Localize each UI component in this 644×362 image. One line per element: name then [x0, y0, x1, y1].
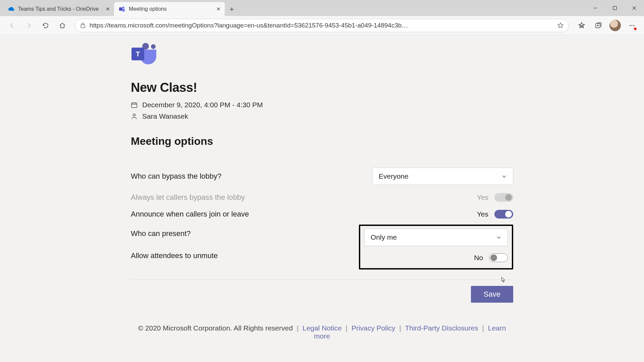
- footer-copyright: © 2020 Microsoft Corporation. All Rights…: [138, 324, 293, 332]
- svg-point-9: [631, 25, 632, 26]
- section-heading: Meeting options: [131, 135, 513, 147]
- tab-close-icon[interactable]: ✕: [105, 6, 111, 12]
- callers-bypass-toggle: [494, 193, 513, 202]
- highlight-box: Only me No: [359, 225, 513, 269]
- chevron-down-icon: [501, 174, 507, 179]
- chevron-down-icon: [496, 235, 501, 240]
- new-tab-button[interactable]: ＋: [226, 3, 237, 15]
- toggle-value: Yes: [477, 210, 488, 218]
- svg-point-1: [122, 6, 124, 8]
- page-content: T New Class! December 9, 2020, 4:00 PM -…: [0, 35, 644, 347]
- page-footer: © 2020 Microsoft Corporation. All Rights…: [131, 324, 513, 347]
- meeting-datetime: December 9, 2020, 4:00 PM - 4:30 PM: [142, 101, 263, 109]
- browser-tab[interactable]: Teams Tips and Tricks - OneDrive ✕: [3, 2, 114, 16]
- back-button[interactable]: [5, 18, 19, 33]
- save-button[interactable]: Save: [471, 286, 513, 303]
- option-label: Who can present?: [131, 229, 218, 238]
- toggle-value: Yes: [477, 193, 488, 201]
- meeting-datetime-row: December 9, 2020, 4:00 PM - 4:30 PM: [131, 101, 513, 109]
- home-button[interactable]: [55, 18, 70, 33]
- svg-point-10: [633, 25, 634, 26]
- meeting-title: New Class!: [131, 80, 513, 95]
- forward-button[interactable]: [21, 18, 36, 33]
- footer-link[interactable]: Privacy Policy: [352, 324, 395, 332]
- divider: [131, 280, 513, 280]
- select-value: Everyone: [379, 172, 409, 180]
- select-value: Only me: [371, 233, 397, 241]
- footer-link[interactable]: Legal Notice: [303, 324, 342, 332]
- browser-tab-title: Teams Tips and Tricks - OneDrive: [18, 6, 101, 12]
- option-bypass-lobby: Who can bypass the lobby? Everyone: [131, 164, 513, 189]
- who-can-present-select[interactable]: Only me: [364, 229, 508, 246]
- svg-rect-0: [119, 7, 122, 11]
- browser-toolbar: https://teams.microsoft.com/meetingOptio…: [0, 16, 644, 35]
- teams-logo: T: [131, 43, 156, 66]
- announce-toggle[interactable]: [494, 210, 513, 219]
- address-bar-url: https://teams.microsoft.com/meetingOptio…: [90, 22, 553, 29]
- svg-rect-11: [131, 103, 137, 108]
- settings-more-icon[interactable]: [625, 18, 639, 33]
- svg-rect-6: [81, 25, 85, 28]
- svg-point-12: [133, 114, 135, 116]
- refresh-button[interactable]: [38, 18, 53, 33]
- window-controls: [586, 0, 644, 16]
- window-maximize-button[interactable]: [605, 0, 625, 16]
- option-label: Announce when callers join or leave: [131, 210, 249, 219]
- svg-rect-3: [613, 6, 616, 10]
- option-label: Allow attendees to unmute: [131, 251, 218, 260]
- window-close-button[interactable]: [625, 0, 644, 16]
- option-callers-bypass: Always let callers bypass the lobby Yes: [131, 189, 513, 206]
- meeting-organizer: Sara Wanasek: [142, 112, 188, 120]
- profile-avatar[interactable]: [608, 18, 623, 33]
- onedrive-icon: [8, 6, 15, 12]
- avatar: [609, 20, 621, 31]
- favorites-icon[interactable]: [574, 18, 589, 33]
- highlighted-options: Who can present? Allow attendees to unmu…: [131, 225, 513, 269]
- browser-tab-strip: Teams Tips and Tricks - OneDrive ✕ Meeti…: [0, 0, 644, 16]
- lock-icon: [80, 22, 86, 28]
- toggle-value: No: [474, 254, 483, 262]
- svg-point-8: [629, 25, 630, 26]
- option-label: Who can bypass the lobby?: [131, 172, 221, 181]
- favorite-star-icon[interactable]: [557, 22, 564, 29]
- collections-icon[interactable]: [591, 18, 606, 33]
- footer-link[interactable]: Third-Party Disclosures: [405, 324, 478, 332]
- option-announce: Announce when callers join or leave Yes: [131, 206, 513, 223]
- allow-unmute-toggle[interactable]: [489, 253, 508, 262]
- teams-icon: [119, 6, 125, 12]
- browser-tab[interactable]: Meeting options ✕: [114, 2, 225, 16]
- meeting-organizer-row: Sara Wanasek: [131, 112, 513, 120]
- browser-tab-title: Meeting options: [129, 6, 212, 12]
- person-icon: [131, 113, 138, 120]
- tab-close-icon[interactable]: ✕: [215, 6, 221, 12]
- window-minimize-button[interactable]: [586, 0, 605, 16]
- calendar-icon: [131, 102, 138, 108]
- bypass-lobby-select[interactable]: Everyone: [372, 168, 513, 185]
- address-bar[interactable]: https://teams.microsoft.com/meetingOptio…: [75, 19, 569, 32]
- option-label: Always let callers bypass the lobby: [131, 193, 245, 202]
- notification-badge: [633, 27, 637, 31]
